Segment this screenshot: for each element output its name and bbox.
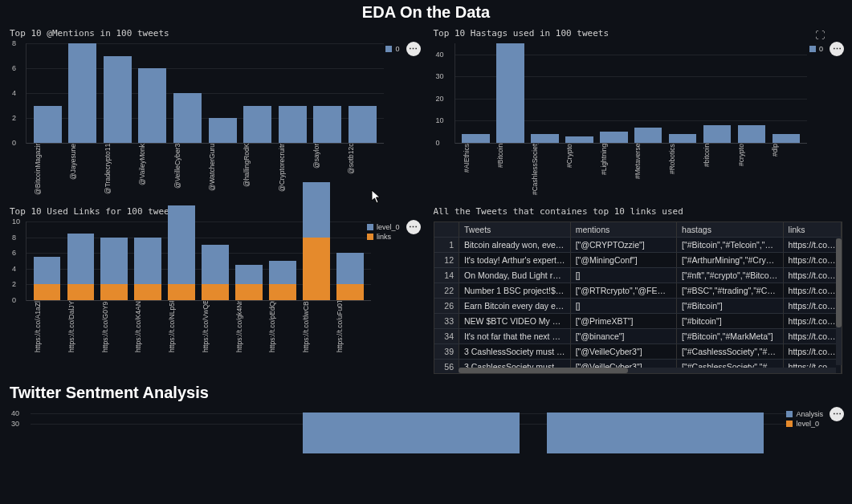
x-tick: https://t.co/G0Y9UaCpKS [101, 301, 128, 354]
x-tick: https://t.co/VwQB2fMAeF [202, 301, 229, 354]
bar[interactable] [138, 68, 166, 143]
more-icon[interactable]: ⋯ [830, 42, 844, 56]
bar[interactable] [547, 413, 764, 453]
table-row[interactable]: 22Number 1 BSC project!$F…["@RTRcrypto",… [434, 283, 842, 299]
th-links: links [783, 222, 841, 238]
x-tick: #crypto [737, 144, 764, 197]
x-tick: https://t.co/K4ANdB4x6S [134, 301, 161, 354]
bar[interactable] [738, 125, 766, 143]
bar[interactable] [202, 245, 229, 300]
table-row[interactable]: 12It's today! Arthur's expert…["@MiningC… [434, 253, 842, 268]
x-tick: https://t.co/A1aZlmT4wv [34, 301, 61, 354]
x-tick: @VaileyMonk [138, 144, 166, 197]
th-index [434, 222, 459, 238]
more-icon[interactable]: ⋯ [406, 220, 421, 234]
table-row[interactable]: 33NEW $BTC VIDEO My upd…["@PrimeXBT"]["#… [434, 314, 842, 329]
bar[interactable] [235, 265, 263, 300]
bar[interactable] [773, 134, 801, 143]
x-tick: https://t.co/NLp5Floung [168, 301, 195, 354]
table-panel: All the Tweets that containes top 10 lin… [434, 206, 843, 374]
bar[interactable] [269, 261, 296, 300]
mentions-panel: Top 10 @Mentions in 100 tweets ⋯ 0 02468… [10, 28, 419, 197]
x-tick: https://t.co/uFu0TccQKV [336, 301, 363, 354]
table-row[interactable]: 34It's not far that the next Bi…["@binan… [434, 329, 842, 344]
more-icon[interactable]: ⋯ [406, 42, 421, 56]
bar[interactable] [168, 205, 195, 300]
x-tick: #Crypto [565, 144, 593, 197]
bar[interactable] [313, 106, 341, 144]
x-tick: #AIEthics [463, 144, 490, 197]
bar[interactable] [100, 238, 128, 300]
bar[interactable] [634, 128, 662, 143]
x-tick: #CashlessSociety [531, 144, 558, 197]
mentions-title: Top 10 @Mentions in 100 tweets [10, 28, 419, 39]
x-tick: #Robotics [668, 144, 695, 197]
x-tick: #Bitcoin [496, 144, 524, 197]
sentiment-title: Twitter Sentment Analysis [10, 384, 842, 402]
x-tick: https://t.co/DalJYbrPx2J [67, 301, 95, 354]
legend-level0b: level_0 [796, 420, 819, 428]
legend-0: 0 [819, 45, 823, 53]
x-tick: @hallingRodK [243, 144, 271, 197]
x-tick: https://t.co/tlwCBOs4z2N [302, 301, 329, 354]
legend-links: links [377, 233, 391, 241]
x-tick: @Tradecrypto11 [104, 144, 132, 197]
eda-title: EDA On the Data [0, 3, 852, 22]
x-tick: @Jayesune [69, 144, 97, 197]
x-tick: @sotb12c [347, 144, 375, 197]
table-title: All the Tweets that containes top 10 lin… [434, 206, 843, 217]
bar[interactable] [303, 413, 520, 453]
bar[interactable] [565, 136, 593, 143]
table-row[interactable]: 14On Monday, Bud Light rev…[]["#nft","#c… [434, 268, 842, 283]
bar[interactable] [462, 134, 490, 143]
x-tick: #Lightning [600, 144, 627, 197]
bar[interactable] [209, 118, 237, 143]
x-tick: https://t.co/pEdQrDoB9E [268, 301, 296, 354]
x-tick: @Cryptorecruitr [278, 144, 306, 197]
bar[interactable] [173, 93, 202, 143]
hashtags-panel: Top 10 Hastags used in 100 tweets ⋯ ⛶ 0 … [434, 28, 843, 197]
links-title: Top 10 Used Links for 100 tweets [10, 206, 419, 217]
bar[interactable] [279, 106, 307, 144]
hashtags-title: Top 10 Hastags used in 100 tweets [434, 28, 843, 39]
bar[interactable] [349, 106, 377, 144]
legend-level0: level_0 [377, 223, 400, 231]
x-tick: https://t.co/gk4NmnG5mF [235, 301, 263, 354]
x-tick: #dlp [771, 144, 798, 197]
bar[interactable] [243, 106, 271, 144]
bar[interactable] [336, 253, 364, 300]
bar[interactable] [703, 125, 732, 143]
bar[interactable] [531, 134, 559, 143]
bar[interactable] [34, 257, 61, 300]
bar[interactable] [669, 134, 697, 143]
horizontal-scrollbar[interactable] [459, 368, 837, 373]
vertical-scrollbar[interactable] [836, 238, 842, 365]
more-icon[interactable]: ⋯ [830, 407, 844, 421]
table-row[interactable]: 26Earn Bitcoin every day ev…[]["#Bitcoin… [434, 299, 842, 314]
bar[interactable] [68, 43, 96, 143]
bar[interactable] [34, 106, 62, 144]
bar[interactable] [134, 238, 161, 300]
legend-0: 0 [395, 45, 399, 53]
bar[interactable] [303, 182, 330, 300]
links-panel: Top 10 Used Links for 100 tweets ⋯ level… [10, 206, 419, 374]
bar[interactable] [496, 43, 524, 143]
legend-analysis: Analysis [796, 410, 823, 418]
th-hastags: hastags [677, 222, 783, 238]
x-tick: #bitcoin [703, 144, 730, 197]
x-tick: #Metaverse [634, 144, 661, 197]
bar[interactable] [600, 132, 628, 143]
x-tick: @WatcherGuru [208, 144, 236, 197]
bar[interactable] [104, 56, 132, 144]
x-tick: @BitcoinMagazine [34, 144, 62, 197]
th-mentions: mentions [570, 222, 676, 238]
expand-icon[interactable]: ⛶ [813, 29, 826, 42]
table-row[interactable]: 1Bitcoin already won, eve…["@CRYPTOzzie"… [434, 238, 842, 253]
tweets-table[interactable]: Tweets mentions hastags links 1Bitcoin a… [434, 222, 843, 374]
x-tick: @VeilleCyber3 [173, 144, 202, 197]
table-row[interactable]: 393 CashlessSociety must n…["@VeilleCybe… [434, 344, 842, 360]
bar[interactable] [67, 234, 95, 300]
sentiment-panel: ⋯ Analysis level_0 3040 [10, 408, 842, 453]
th-tweets: Tweets [459, 222, 571, 238]
